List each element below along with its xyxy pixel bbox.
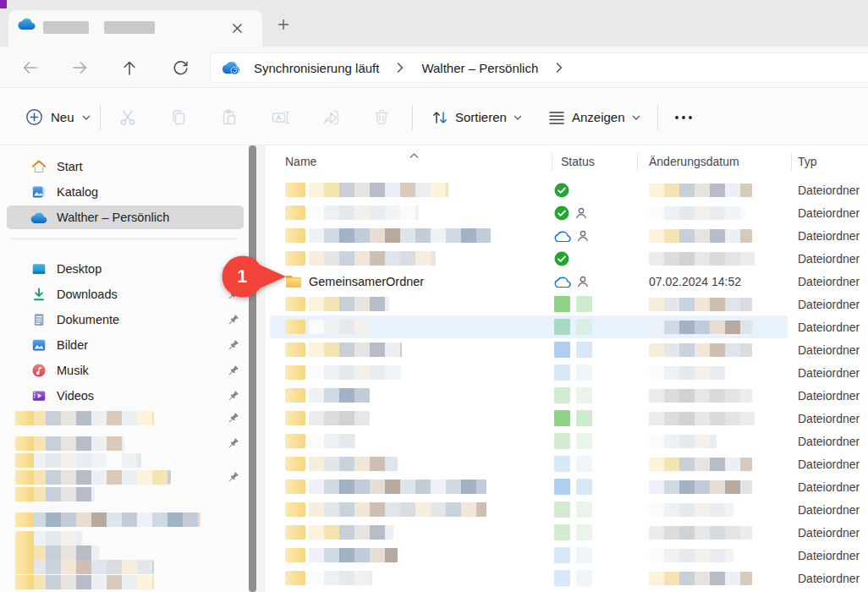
forward-icon[interactable] — [64, 55, 95, 80]
breadcrumb-folder[interactable]: Walther – Persönlich — [416, 58, 543, 79]
sidebar-item-start[interactable]: Start — [7, 155, 244, 178]
table-row[interactable]: Dateiordner — [266, 384, 868, 407]
rename-icon[interactable] — [261, 101, 299, 133]
status-blur — [554, 387, 570, 403]
status-cell — [554, 521, 635, 544]
table-row[interactable]: Dateiordner — [266, 315, 868, 338]
sidebar-item-blurred[interactable] — [15, 560, 154, 574]
new-tab-icon[interactable] — [271, 14, 296, 36]
table-row[interactable]: Dateiordner — [266, 430, 868, 452]
sync-complete-icon — [554, 206, 569, 221]
column-separator[interactable] — [791, 153, 792, 171]
sidebar-item-blurred[interactable] — [15, 531, 82, 545]
sidebar-item-blurred[interactable] — [15, 436, 124, 451]
name-cell — [285, 178, 549, 201]
table-row[interactable]: Dateiordner — [266, 247, 868, 270]
explorer-tab[interactable] — [8, 10, 262, 47]
view-button[interactable]: Anzeigen — [540, 101, 649, 133]
sidebar-item-blurred[interactable] — [15, 545, 99, 560]
column-header-name[interactable]: Name — [285, 155, 316, 168]
sidebar-item-videos[interactable]: Videos — [7, 384, 244, 408]
type-cell: Dateiordner — [798, 430, 868, 452]
file-explorer-window: Synchronisierung läuft Walther – Persönl… — [0, 0, 868, 592]
sidebar-item-katalog[interactable]: Katalog — [7, 180, 244, 204]
tab-bar — [0, 0, 868, 47]
status-blur — [576, 502, 592, 518]
copy-icon[interactable] — [160, 101, 197, 133]
sidebar-scrollbar-thumb[interactable] — [249, 145, 256, 592]
column-header-date[interactable]: Änderungsdatum — [649, 155, 739, 168]
date-blur — [649, 480, 752, 494]
sidebar-item-musik[interactable]: Musik — [7, 359, 244, 382]
table-row[interactable]: Dateiordner — [266, 178, 868, 201]
folder-icon-blur — [285, 388, 305, 403]
table-row[interactable]: Dateiordner — [266, 567, 868, 589]
table-row[interactable]: Dateiordner — [266, 293, 868, 315]
date-blur — [649, 526, 752, 540]
sidebar-item-walther-pers-nlich[interactable]: Walther – Persönlich — [7, 206, 244, 229]
file-name-blur — [309, 571, 372, 585]
name-cell — [285, 247, 549, 270]
date-blur — [649, 298, 752, 311]
table-row[interactable]: Dateiordner — [266, 201, 868, 224]
sort-button[interactable]: Sortieren — [423, 101, 530, 133]
file-name-blur — [309, 525, 393, 540]
column-header-status[interactable]: Status — [561, 155, 595, 168]
folder-icon-blur — [285, 502, 305, 517]
sidebar-item-blurred[interactable] — [15, 513, 201, 527]
folder-icon-blur — [285, 525, 305, 540]
sidebar-item-blurred[interactable] — [15, 411, 154, 425]
address-bar[interactable]: Synchronisierung läuft Walther – Persönl… — [210, 52, 868, 83]
breadcrumb-sync-status[interactable]: Synchronisierung läuft — [249, 58, 384, 79]
status-blur — [554, 365, 570, 381]
share-icon[interactable] — [312, 101, 349, 133]
folder-icon-blur — [285, 548, 305, 562]
table-row[interactable]: Dateiordner — [266, 361, 868, 384]
table-row[interactable]: Dateiordner — [266, 475, 868, 498]
table-row[interactable]: Dateiordner — [266, 544, 868, 567]
more-options-icon[interactable] — [665, 101, 702, 133]
name-cell: GemeinsamerOrdner — [285, 270, 549, 293]
column-separator[interactable] — [637, 153, 638, 171]
sidebar-item-blurred[interactable] — [15, 453, 141, 468]
back-icon[interactable] — [14, 55, 45, 80]
date-blur — [649, 572, 752, 585]
status-cell — [554, 407, 635, 430]
sidebar-item-blurred[interactable] — [15, 575, 154, 589]
sidebar-item-label: Walther – Persönlich — [57, 211, 169, 224]
new-button[interactable]: Neu — [17, 101, 99, 133]
sidebar-item-desktop[interactable]: Desktop — [7, 257, 244, 281]
table-row-gemeinsamerordner[interactable]: GemeinsamerOrdner07.02.2024 14:52Dateior… — [266, 270, 868, 293]
chevron-right-icon — [556, 63, 563, 73]
delete-icon[interactable] — [363, 101, 400, 133]
status-cell — [554, 201, 635, 224]
table-row[interactable]: Dateiordner — [266, 521, 868, 544]
column-header-type[interactable]: Typ — [798, 155, 817, 168]
refresh-icon[interactable] — [165, 55, 195, 80]
date-cell — [649, 452, 793, 475]
up-icon[interactable] — [114, 55, 145, 80]
name-cell — [285, 293, 549, 315]
table-row[interactable]: Dateiordner — [266, 452, 868, 475]
table-row[interactable]: Dateiordner — [266, 407, 868, 430]
paste-icon[interactable] — [211, 101, 248, 133]
annotation-number: 1 — [237, 266, 247, 287]
type-cell: Dateiordner — [798, 544, 868, 567]
sidebar-item-blurred[interactable] — [15, 470, 171, 485]
table-row[interactable]: Dateiordner — [266, 338, 868, 361]
date-cell — [649, 224, 793, 247]
table-row[interactable]: Dateiordner — [266, 224, 868, 247]
table-row[interactable]: Dateiordner — [266, 498, 868, 521]
file-name-blur — [309, 480, 486, 494]
status-blur — [554, 456, 570, 472]
sidebar-item-dokumente[interactable]: Dokumente — [7, 308, 244, 332]
file-name-blur — [309, 434, 355, 448]
column-separator[interactable] — [552, 153, 552, 171]
close-tab-icon[interactable] — [225, 17, 249, 40]
cut-icon[interactable] — [109, 101, 146, 133]
sidebar-item-downloads[interactable]: Downloads — [7, 282, 244, 306]
status-cell — [554, 498, 635, 521]
sync-complete-icon — [554, 251, 569, 266]
sidebar-item-bilder[interactable]: Bilder — [7, 333, 244, 357]
sidebar-item-blurred[interactable] — [15, 487, 95, 502]
